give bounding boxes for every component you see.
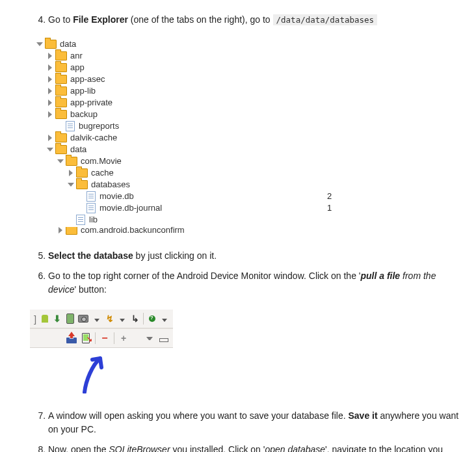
tree-row-data-inner[interactable]: data (36, 144, 463, 155)
separator (95, 332, 96, 344)
tree-label: com.android.backunconfirm (81, 227, 185, 235)
file-size: 1 (327, 202, 332, 215)
expander-icon[interactable] (47, 111, 53, 118)
step-5: Select the database by just clicking on … (48, 249, 463, 263)
tree-label: com.Movie (81, 155, 122, 168)
folder-icon (76, 168, 88, 178)
spacer (78, 205, 85, 211)
arrow-icon[interactable]: ↳ (131, 313, 139, 324)
download-icon[interactable]: ⬇ (53, 313, 62, 324)
tree-row-databases[interactable]: databases (36, 179, 463, 191)
expander-icon[interactable] (57, 158, 64, 165)
expander-icon[interactable] (47, 88, 53, 94)
tree-label: bugreports (79, 120, 119, 133)
toolbar-screenshot: ] ⬇ ↯ ↳ ↘ − (30, 310, 173, 348)
folder-icon (55, 145, 67, 154)
delete-icon[interactable]: − (99, 333, 110, 343)
bracket-icon: ] (34, 314, 36, 324)
text: Go to the top right corner of the Androi… (48, 271, 360, 281)
menu-dropdown-icon[interactable] (144, 333, 155, 343)
folder-icon (55, 98, 67, 107)
minimize-icon[interactable] (159, 333, 169, 343)
text: A window will open asking you where you … (48, 410, 349, 421)
expander-icon[interactable] (68, 170, 74, 176)
tree-label: lib (89, 213, 98, 226)
tree-row-backunconfirm[interactable]: com.android.backunconfirm (36, 227, 463, 235)
tree-row-app-asec[interactable]: app-asec (36, 73, 463, 85)
phone-icon[interactable] (66, 313, 74, 324)
folder-icon (55, 75, 67, 84)
ital-open-database: open database (265, 444, 325, 452)
dropdown-icon[interactable] (161, 313, 169, 324)
expander-icon[interactable] (36, 41, 43, 47)
tree-row-app[interactable]: app (36, 62, 463, 73)
text: Now, open the (48, 444, 109, 452)
dropdown-icon[interactable] (92, 313, 101, 324)
tree-label: backup (70, 108, 98, 121)
folder-icon (55, 51, 67, 60)
tree-label: app-asec (70, 73, 105, 86)
tree-row-cache[interactable]: cache (36, 167, 463, 179)
step-7-text: A window will open asking you where you … (48, 410, 458, 434)
step-6-text: Go to the top right corner of the Androi… (48, 271, 436, 295)
tree-row-anr[interactable]: anr (36, 50, 463, 62)
separator (143, 313, 144, 325)
spacer (68, 217, 74, 223)
push-file-icon[interactable]: ↘ (81, 333, 91, 343)
tree-row-movie-db-journal[interactable]: movie.db-journal 1 (36, 202, 463, 214)
expander-icon[interactable] (47, 64, 53, 71)
step-5-text: Select the database by just clicking on … (48, 250, 217, 261)
expander-icon[interactable] (68, 181, 74, 188)
text: you installed. Click on ' (170, 444, 265, 452)
folder-icon (76, 180, 88, 189)
folder-icon (55, 63, 67, 72)
tree-row-app-private[interactable]: app-private (36, 97, 463, 109)
filter-icon[interactable]: ↯ (105, 313, 114, 324)
toolbar-top-row: ] ⬇ ↯ ↳ (30, 310, 173, 328)
expander-icon[interactable] (47, 135, 53, 141)
step-8: Now, open the SQLiteBrowser you installe… (48, 443, 463, 452)
bold-file-explorer: File Explorer (73, 14, 128, 25)
tree-row-app-lib[interactable]: app-lib (36, 85, 463, 97)
tree-label: data (60, 38, 76, 51)
tree-row-lib[interactable]: lib (36, 214, 463, 226)
spacer (78, 193, 85, 200)
tree-row-data[interactable]: data (36, 38, 463, 50)
tree-row-dalvik-cache[interactable]: dalvik-cache (36, 132, 463, 144)
step-6: Go to the top right corner of the Androi… (48, 269, 463, 403)
text: by just clicking on it. (133, 250, 217, 261)
pull-file-icon[interactable] (66, 333, 77, 343)
android-icon[interactable] (40, 313, 49, 324)
folder-icon (55, 133, 67, 142)
bold-save-it: Save it (349, 410, 378, 421)
tree-row-com-movie[interactable]: com.Movie (36, 155, 463, 167)
expander-icon[interactable] (47, 53, 53, 59)
camera-icon[interactable] (78, 313, 88, 324)
tree-row-movie-db[interactable]: movie.db 2 (36, 191, 463, 202)
folder-icon (55, 110, 67, 119)
tree-label: cache (91, 166, 114, 179)
tree-label: movie.db (99, 190, 134, 203)
bold-select-db: Select the database (48, 250, 133, 261)
folder-icon (66, 227, 77, 235)
expander-icon[interactable] (47, 146, 53, 153)
tree-row-backup[interactable]: backup (36, 109, 463, 120)
tree-label: movie.db-journal (99, 202, 162, 215)
step-8-text: Now, open the SQLiteBrowser you installe… (48, 444, 443, 452)
dropdown-icon[interactable] (118, 313, 126, 324)
expander-icon[interactable] (57, 227, 64, 233)
text: (one of the tabs on the right), go to (128, 14, 273, 25)
separator (114, 332, 114, 344)
file-icon (86, 203, 96, 213)
tree-label: dalvik-cache (70, 131, 117, 144)
tree-row-bugreports[interactable]: bugreports (36, 120, 463, 132)
file-tree: data anr app app-asec (36, 38, 463, 235)
file-icon (76, 215, 85, 225)
help-icon[interactable] (148, 313, 156, 324)
expander-icon[interactable] (47, 76, 53, 83)
hand-drawn-arrow-icon (77, 354, 116, 393)
add-icon[interactable]: + (118, 333, 129, 343)
tree-label: anr (70, 49, 83, 62)
tree-label: app-private (70, 96, 112, 109)
expander-icon[interactable] (47, 100, 53, 106)
